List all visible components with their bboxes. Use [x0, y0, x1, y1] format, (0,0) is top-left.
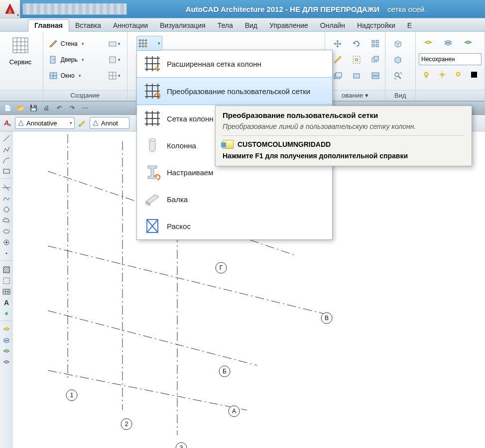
dot-green-icon[interactable]	[1, 309, 11, 319]
pline-icon[interactable]	[1, 144, 11, 154]
text-style-A-icon[interactable]: A↯	[3, 118, 12, 127]
arc-icon[interactable]	[1, 155, 11, 165]
doc-print-icon[interactable]: 🖨	[41, 103, 52, 113]
svg-rect-33	[425, 76, 427, 78]
svg-rect-24	[372, 44, 374, 47]
combo2-value: Annot	[101, 119, 118, 127]
xline-icon[interactable]	[1, 183, 11, 193]
box3d-icon	[393, 55, 402, 64]
window-button[interactable]: Окно ▾	[47, 68, 101, 83]
text-style-combo[interactable]: Annotative ▾	[15, 117, 75, 129]
circle-icon[interactable]	[1, 205, 11, 215]
svg-point-104	[151, 123, 153, 125]
edit-tool-9[interactable]	[366, 68, 384, 83]
tab-online[interactable]: Онлайн	[314, 20, 351, 31]
brush-icon[interactable]	[78, 118, 87, 127]
dropdown-icon: ▾	[79, 73, 81, 78]
text-A-icon[interactable]: A	[1, 298, 11, 308]
window-title: AutoCAD Architecture 2012 - НЕ ДЛЯ ПЕРЕП…	[127, 5, 485, 13]
view-tool-1[interactable]	[389, 36, 407, 51]
svg-point-105	[157, 123, 159, 125]
view-tool-3[interactable]	[389, 68, 407, 83]
edit-tool-8[interactable]	[366, 52, 384, 67]
svg-line-69	[48, 246, 332, 316]
layer-tool-3[interactable]	[459, 36, 477, 51]
svg-point-100	[146, 117, 148, 119]
grid-bubble-3: 3	[180, 445, 183, 448]
dim-style-combo[interactable]: Annot	[90, 117, 129, 129]
draw-toolbar: A	[0, 131, 13, 448]
wall-button[interactable]: Стена ▾	[47, 36, 101, 51]
layer3-icon[interactable]	[1, 347, 11, 357]
doc-open-icon[interactable]: 📂	[15, 103, 26, 113]
service-button[interactable]: Сервис	[3, 36, 38, 66]
tooltip-description: Преобразование линий в пользовательскую …	[223, 122, 465, 130]
tab-home[interactable]: Главная	[28, 19, 69, 32]
ellipse-icon[interactable]	[1, 226, 11, 236]
unsaved-combo[interactable]: Несохранен	[419, 53, 482, 65]
tab-visualize[interactable]: Визуализация	[154, 20, 212, 31]
spline-icon[interactable]	[1, 194, 11, 204]
tab-insert[interactable]: Вставка	[69, 20, 107, 31]
light-tool-2[interactable]	[435, 67, 449, 82]
flyout-item-beam[interactable]: Балка	[137, 186, 332, 213]
line-icon[interactable]	[1, 133, 11, 143]
point-icon[interactable]	[1, 248, 11, 258]
edit-tool-7[interactable]	[366, 36, 384, 51]
app-menu-button[interactable]: ▾	[0, 0, 20, 18]
edit-tool-5[interactable]	[348, 52, 365, 67]
donut-icon[interactable]	[1, 237, 11, 247]
light-tool-3[interactable]	[451, 67, 465, 82]
tab-manage[interactable]: Управление	[263, 20, 314, 31]
edit-tool-4[interactable]	[348, 36, 365, 51]
hatch-icon[interactable]	[1, 265, 11, 275]
light-tool-1[interactable]	[419, 67, 433, 82]
tab-trunc[interactable]: E	[401, 20, 418, 31]
tab-addons[interactable]: Надстройки	[351, 20, 401, 31]
triangle-icon	[17, 119, 24, 126]
rect-icon[interactable]	[1, 166, 11, 176]
flyout-item-convert-custom-grid[interactable]: Преобразование пользовательской сетки	[137, 77, 332, 105]
region-icon[interactable]	[1, 276, 11, 286]
tab-view[interactable]: Вид	[239, 20, 263, 31]
view-tool-2[interactable]	[389, 52, 407, 67]
panel-caption-view: Вид	[385, 90, 415, 101]
svg-point-54	[3, 230, 9, 233]
tooltip-help: Нажмите F1 для получения дополнительной …	[223, 152, 465, 160]
cube-icon	[393, 39, 402, 48]
edit-tool-6[interactable]	[348, 68, 365, 83]
svg-rect-22	[372, 40, 374, 43]
svg-point-97	[146, 112, 148, 114]
doc-save-icon[interactable]: 💾	[28, 103, 39, 113]
tab-annotate[interactable]: Аннотации	[107, 20, 154, 31]
layer2-icon[interactable]	[1, 336, 11, 346]
door-button[interactable]: Дверь ▾	[47, 52, 101, 67]
layer4-icon[interactable]	[1, 358, 11, 368]
block-icon	[108, 39, 117, 48]
flyout-item-enhanced-grid[interactable]: Расширенная сетка колонн	[137, 50, 332, 77]
table2-icon[interactable]	[1, 287, 11, 297]
column-grid-split-button[interactable]: ▾	[136, 36, 162, 51]
cloud-icon[interactable]	[1, 216, 11, 225]
grid-bubble-B: Б	[223, 368, 227, 375]
svg-point-32	[424, 72, 428, 76]
doc-more-icon[interactable]: ⋯	[80, 103, 91, 113]
layer-tool-1[interactable]	[419, 36, 437, 51]
layer-tool-2[interactable]	[439, 36, 457, 51]
create-tool-c[interactable]: ▾	[106, 68, 123, 83]
create-tool-b[interactable]: ▾	[106, 52, 123, 67]
layer-hatch-icon	[464, 39, 473, 48]
combo1-value: Annotative	[26, 119, 57, 127]
wall-icon	[49, 39, 58, 48]
layer1-icon[interactable]	[1, 325, 11, 335]
tab-solids[interactable]: Тела	[212, 20, 239, 31]
color-swatch[interactable]	[467, 67, 481, 82]
sun-icon	[438, 71, 446, 79]
doc-new-icon[interactable]: 📄	[2, 103, 13, 113]
dropdown-icon: ▾	[17, 13, 19, 17]
doc-undo-icon[interactable]: ↶	[54, 103, 65, 113]
create-tool-a[interactable]: ▾	[106, 36, 123, 51]
flyout-item-brace[interactable]: Раскос	[137, 213, 332, 239]
edit-tool-1[interactable]	[329, 36, 347, 51]
doc-redo-icon[interactable]: ↷	[67, 103, 78, 113]
